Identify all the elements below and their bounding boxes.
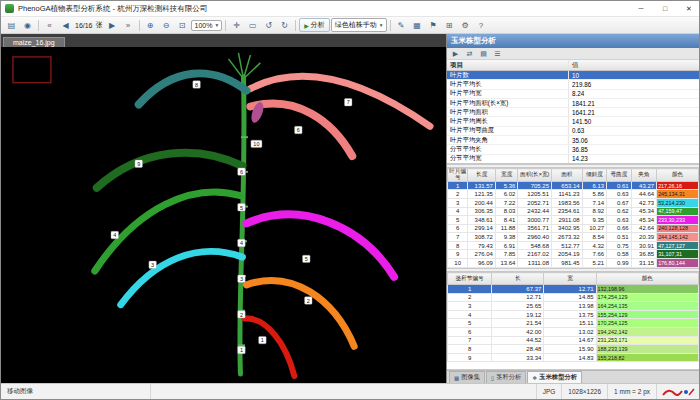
leaf-table-row[interactable]: 1096.0913.641311.08981.455.210.9931.1517… — [448, 259, 699, 268]
column-header[interactable]: 颜色 — [596, 273, 698, 285]
stem-table-row[interactable]: 642.0013.02194,242,142 — [448, 327, 699, 336]
select-tool-icon[interactable]: ▭ — [245, 18, 260, 32]
value-cell: 299.14 — [468, 224, 496, 233]
stem-table-row[interactable]: 167.3712.71132,198,96 — [448, 285, 699, 294]
row-index-cell: 6 — [448, 224, 468, 233]
row-index-cell: 7 — [448, 336, 492, 345]
value-cell: 67.37 — [492, 285, 544, 294]
column-header[interactable]: 宽 — [544, 273, 596, 285]
value-cell: 42.64 — [631, 224, 657, 233]
column-header[interactable]: 长 — [492, 273, 544, 285]
analyze-button[interactable]: ▶分析 — [299, 18, 330, 32]
table-icon[interactable]: ⊞ — [442, 18, 457, 32]
stem-table-row[interactable]: 419.1213.75155,254,129 — [448, 310, 699, 319]
image-tab[interactable]: maize_16.jpg — [3, 37, 65, 47]
column-header[interactable]: 茎秆节编号 — [448, 273, 492, 285]
panel-tab-inactive[interactable]: ▯茎秆分析 — [486, 371, 526, 383]
stem-table-row[interactable]: 212.7114.85174,254,129 — [448, 293, 699, 302]
chart-icon[interactable]: ▦ — [410, 18, 425, 32]
column-header[interactable]: 倾斜度 — [582, 169, 606, 182]
image-counter: 16/16 — [74, 22, 94, 29]
leaf-table-row[interactable]: 879.436.91548.68512.774.320.7530.9147,12… — [448, 241, 699, 250]
property-row[interactable]: 分节平均长36.85 — [447, 145, 699, 154]
camera-capture-icon[interactable]: ◉ — [20, 18, 35, 32]
column-header[interactable]: 弯曲度 — [607, 169, 631, 182]
value-cell: 15.90 — [544, 345, 596, 354]
property-row[interactable]: 叶片数10 — [447, 71, 699, 80]
menu-icon[interactable]: ☰ — [492, 50, 503, 58]
app-window: PhenoGA植物表型分析系统 - 杭州万深检测科技有限公司 ─ □ ✕ ▤◉«… — [0, 0, 700, 400]
stem-table-row[interactable]: 744.5214.67231,253,171 — [448, 336, 699, 345]
leaf-table-row[interactable]: 1131.575.36705.25653.146.130.6143.27217,… — [448, 181, 699, 190]
window-title: PhenoGA植物表型分析系统 - 杭州万深检测科技有限公司 — [18, 4, 627, 14]
value-cell: 13.02 — [544, 327, 596, 336]
column-header[interactable]: 面积(长×宽) — [518, 169, 552, 182]
panel-tab-active[interactable]: ❖玉米株型分析 — [527, 371, 582, 383]
value-cell: 14.67 — [544, 336, 596, 345]
analysis-mode-dropdown[interactable]: 绿色植株手动▾ — [331, 18, 387, 32]
leaf-table-row[interactable]: 6299.1411.883561.713402.9510.270.6642.64… — [448, 224, 699, 233]
pan-tool-icon[interactable]: ✛ — [229, 18, 244, 32]
measure-icon[interactable]: ✎ — [394, 18, 409, 32]
wseen-logo-graphic — [661, 386, 695, 398]
rotate-left-icon[interactable]: ↺ — [261, 18, 276, 32]
color-swatch: 244,145,142 — [657, 233, 699, 242]
property-row[interactable]: 叶片平均宽8.24 — [447, 90, 699, 99]
leaf-table-row[interactable]: 7308.729.382960.402673.328.540.5120.3924… — [448, 233, 699, 242]
value-cell: 348.61 — [468, 216, 496, 225]
property-row[interactable]: 叶片平均夹角35.06 — [447, 136, 699, 145]
settings-icon[interactable]: ⚙ — [458, 18, 473, 32]
column-header[interactable]: 颜色 — [657, 169, 699, 182]
column-header[interactable]: 宽度 — [495, 169, 517, 182]
stem-table-row[interactable]: 521.5415.11170,254,125 — [448, 319, 699, 328]
property-column-header: 项目 — [447, 60, 569, 70]
property-row[interactable]: 叶片平均面积1641.21 — [447, 108, 699, 117]
zoom-fit-icon[interactable]: ⊡ — [175, 18, 190, 32]
zoom-level-dropdown[interactable]: 100%▾ — [191, 20, 223, 31]
zoom-in-icon[interactable]: ⊕ — [143, 18, 158, 32]
value-cell: 19.12 — [492, 310, 544, 319]
value-cell: 1141.23 — [552, 190, 583, 199]
open-image-icon[interactable]: ▤ — [4, 18, 19, 32]
property-value: 35.06 — [569, 136, 699, 144]
close-button[interactable]: ✕ — [679, 1, 699, 17]
first-image-icon[interactable]: « — [42, 18, 57, 32]
column-header[interactable]: 叶片编号 — [448, 169, 468, 182]
leaf-table-row[interactable]: 3200.447.222052.711983.567.140.6742.7353… — [448, 198, 699, 207]
leaf-table-section: 叶片编号长度宽度面积(长×宽)面积倾斜度弯曲度夹角颜色1131.575.3670… — [447, 167, 699, 269]
panel-tab-inactive[interactable]: ▦图像集 — [449, 371, 485, 383]
value-cell: 7.14 — [582, 198, 606, 207]
column-header[interactable]: 面积 — [552, 169, 583, 182]
value-cell: 6.91 — [495, 241, 517, 250]
value-cell: 14.83 — [544, 353, 596, 362]
rotate-right-icon[interactable]: ↻ — [277, 18, 292, 32]
leaf-table-row[interactable]: 4306.358.032432.442354.618.920.6245.3447… — [448, 207, 699, 216]
stem-table-row[interactable]: 828.4815.90188,233,139 — [448, 345, 699, 354]
help-icon[interactable]: ? — [474, 18, 489, 32]
property-row[interactable]: 叶片平均长219.86 — [447, 80, 699, 89]
leaf-table-row[interactable]: 5348.618.413000.772911.089.350.6345.3423… — [448, 216, 699, 225]
tab-icon: ▦ — [454, 375, 459, 381]
column-header[interactable]: 长度 — [468, 169, 496, 182]
property-row[interactable]: 分节平均宽14.23 — [447, 155, 699, 164]
property-row[interactable]: 叶片平均周长141.50 — [447, 117, 699, 126]
stem-table-row[interactable]: 325.6513.98164,254,135 — [448, 302, 699, 311]
column-header[interactable]: 夹角 — [631, 169, 657, 182]
property-row[interactable]: 叶片平均弯曲度0.63 — [447, 127, 699, 136]
play-icon[interactable]: ▶ — [450, 50, 461, 58]
plant-canvas[interactable]: 12345678910123456 — [1, 47, 446, 383]
stem-table-row[interactable]: 933.3414.83155,218,82 — [448, 353, 699, 362]
print-icon[interactable]: ▤ — [478, 50, 489, 58]
flag-icon[interactable]: ⚑ — [426, 18, 441, 32]
leaf-table-row[interactable]: 2121.356.021205.511141.235.860.6344.6424… — [448, 190, 699, 199]
next-image-icon[interactable]: ▶ — [105, 18, 120, 32]
maximize-button[interactable]: □ — [655, 1, 675, 17]
property-row[interactable]: 叶片平均面积(长×宽)1841.21 — [447, 99, 699, 108]
swap-icon[interactable]: ⇄ — [464, 50, 475, 58]
last-image-icon[interactable]: » — [121, 18, 136, 32]
zoom-out-icon[interactable]: ⊖ — [159, 18, 174, 32]
value-cell: 42.73 — [631, 198, 657, 207]
minimize-button[interactable]: ─ — [631, 1, 651, 17]
leaf-table-row[interactable]: 9276.047.852167.022054.197.660.5836.8531… — [448, 250, 699, 259]
previous-image-icon[interactable]: ◀ — [58, 18, 73, 32]
